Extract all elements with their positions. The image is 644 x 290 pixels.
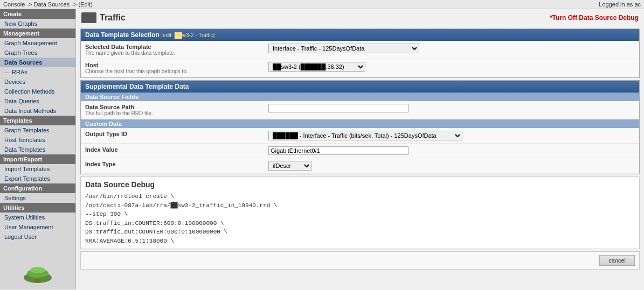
- configuration-section-header: Configuration: [0, 183, 75, 193]
- templates-section-header: Templates: [0, 116, 75, 125]
- data-source-path-row: Data Source Path The full path to the RR…: [81, 101, 639, 119]
- sidebar-item-data-sources[interactable]: Data Sources: [0, 58, 75, 67]
- sidebar-item-graph-management[interactable]: Graph Management: [0, 38, 75, 48]
- sidebar-item-system-utilities[interactable]: System Utilities: [0, 213, 75, 222]
- page-title: Traffic: [81, 12, 126, 23]
- cancel-button[interactable]: cancel: [599, 255, 635, 266]
- breadcrumb: Console -> Data Sources -> (Edit): [3, 1, 93, 8]
- host-sub: Choose the host that this graph belongs …: [85, 68, 268, 74]
- index-type-select[interactable]: ifDescr ifIndex ifName ifAlias: [268, 161, 311, 171]
- supplemental-section-header: Supplemental Data Template Data: [81, 81, 639, 93]
- debug-title: Data Source Debug: [85, 180, 635, 189]
- debug-section: Data Source Debug /usr/bin/rrdtool creat…: [80, 176, 640, 249]
- selected-template-sub: The name given to this data template.: [85, 50, 268, 56]
- data-source-fields-header: Data Source Fields: [81, 93, 639, 101]
- sidebar-item-collection-methods[interactable]: Collection Methods: [0, 87, 75, 96]
- selected-template-row: Selected Data Template The name given to…: [81, 41, 639, 59]
- sidebar-item-host-templates[interactable]: Host Templates: [0, 135, 75, 145]
- sidebar-item-devices[interactable]: Devices: [0, 77, 75, 87]
- host-label: Host: [85, 62, 268, 68]
- sidebar-item-graph-trees[interactable]: Graph Trees: [0, 48, 75, 58]
- sidebar-item-user-management[interactable]: User Management: [0, 222, 75, 232]
- sidebar-item-new-graphs[interactable]: New Graphs: [0, 19, 75, 29]
- selected-template-label: Selected Data Template: [85, 44, 268, 50]
- logged-in-label: Logged in as ac: [599, 1, 641, 8]
- sidebar-item-data-input-methods[interactable]: Data Input Methods: [0, 106, 75, 116]
- sidebar-item-import-templates[interactable]: Import Templates: [0, 164, 75, 174]
- data-source-path-label: Data Source Path: [85, 104, 268, 110]
- traffic-icon: [81, 12, 96, 23]
- output-type-row: Output Type ID ██████ - Interface - Traf…: [81, 128, 639, 144]
- management-section-header: Management: [0, 29, 75, 38]
- sidebar: Create New Graphs Management Graph Manag…: [0, 9, 76, 289]
- data-template-selection-box: Data Template Selection [edit: ██w3-2 - …: [80, 29, 640, 78]
- supplemental-section-box: Supplemental Data Template Data Data Sou…: [80, 80, 640, 174]
- main-content: Traffic *Turn Off Data Source Debug Data…: [76, 9, 644, 289]
- turn-off-debug-link[interactable]: *Turn Off Data Source Debug: [550, 14, 639, 22]
- host-select[interactable]: ██sw3-2 (██████.36.32): [268, 62, 365, 72]
- sidebar-item-data-templates[interactable]: Data Templates: [0, 145, 75, 154]
- index-value-label: Index Value: [85, 146, 268, 153]
- sidebar-item-graph-templates[interactable]: Graph Templates: [0, 125, 75, 135]
- utilities-section-header: Utilities: [0, 203, 75, 213]
- host-row: Host Choose the host that this graph bel…: [81, 59, 639, 77]
- svg-point-2: [30, 267, 45, 273]
- main-header: Traffic *Turn Off Data Source Debug: [76, 9, 644, 26]
- edit-link[interactable]: [edit: ██w3-2 - Traffic]: [161, 32, 214, 38]
- data-source-path-input[interactable]: [268, 104, 408, 112]
- import-export-section-header: Import/Export: [0, 154, 75, 164]
- sidebar-logo: [0, 258, 75, 289]
- custom-data-header: Custom Data: [81, 119, 639, 128]
- sidebar-item-data-queries[interactable]: Data Queries: [0, 96, 75, 106]
- index-type-label: Index Type: [85, 161, 268, 167]
- output-type-select[interactable]: ██████ - Interface - Traffic (bits/sek, …: [268, 131, 462, 140]
- index-type-row: Index Type ifDescr ifIndex ifName ifAlia…: [81, 158, 639, 174]
- sidebar-item-rras[interactable]: --- RRAs: [0, 67, 75, 77]
- output-type-label: Output Type ID: [85, 131, 268, 137]
- create-section-header: Create: [0, 9, 75, 19]
- index-value-row: Index Value: [81, 144, 639, 158]
- sidebar-item-logout-user[interactable]: Logout User: [0, 232, 75, 242]
- bottom-bar: cancel: [80, 251, 640, 270]
- index-value-input[interactable]: [268, 146, 408, 155]
- data-source-path-sub: The full path to the RRD file.: [85, 110, 268, 116]
- selected-template-select[interactable]: Interface - Traffic - 125DaysOfData: [268, 44, 419, 53]
- sidebar-item-export-templates[interactable]: Export Templates: [0, 174, 75, 183]
- debug-code: /usr/bin/rrdtool create \ /opt/cacti-087…: [85, 192, 635, 245]
- data-template-selection-header: Data Template Selection [edit: ██w3-2 - …: [81, 29, 639, 41]
- sidebar-item-settings[interactable]: Settings: [0, 193, 75, 203]
- svg-rect-3: [36, 279, 40, 282]
